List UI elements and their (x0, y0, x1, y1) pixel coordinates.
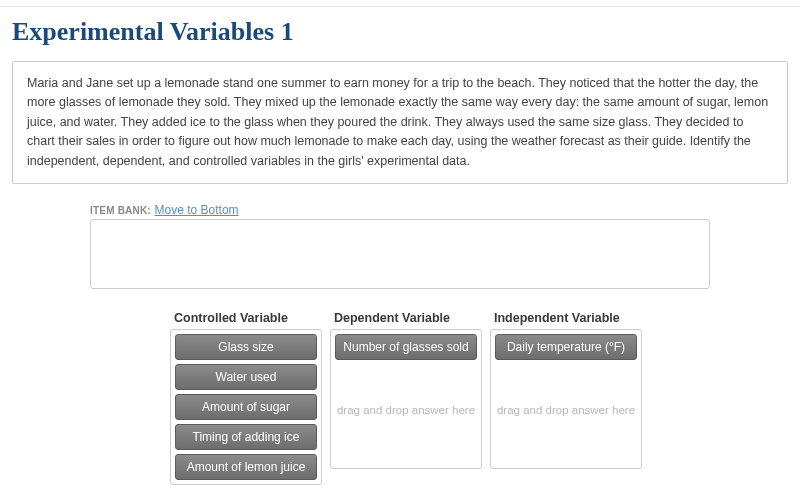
column-independent: Independent Variable Daily temperature (… (490, 311, 642, 485)
dropzone-controlled[interactable]: Glass size Water used Amount of sugar Ti… (170, 329, 322, 485)
answer-chip[interactable]: Timing of adding ice (175, 424, 317, 450)
answer-chip[interactable]: Daily temperature (°F) (495, 334, 637, 360)
column-heading: Dependent Variable (330, 311, 482, 329)
answer-chip[interactable]: Water used (175, 364, 317, 390)
dropzone-placeholder: drag and drop answer here (491, 404, 641, 416)
item-bank-label: ITEM BANK: (90, 205, 151, 216)
item-bank-dropzone[interactable] (90, 219, 710, 289)
move-to-bottom-link[interactable]: Move to Bottom (155, 203, 239, 217)
answer-chip[interactable]: Glass size (175, 334, 317, 360)
column-dependent: Dependent Variable Number of glasses sol… (330, 311, 482, 485)
dropzone-independent[interactable]: Daily temperature (°F) drag and drop ans… (490, 329, 642, 469)
passage-text: Maria and Jane set up a lemonade stand o… (27, 76, 768, 168)
answer-chip[interactable]: Amount of lemon juice (175, 454, 317, 480)
dropzone-placeholder: drag and drop answer here (331, 404, 481, 416)
answer-chip[interactable]: Number of glasses sold (335, 334, 477, 360)
page-title: Experimental Variables 1 (0, 7, 800, 61)
column-heading: Independent Variable (490, 311, 642, 329)
passage-box: Maria and Jane set up a lemonade stand o… (12, 61, 788, 184)
column-controlled: Controlled Variable Glass size Water use… (170, 311, 322, 485)
dropzone-dependent[interactable]: Number of glasses sold drag and drop ans… (330, 329, 482, 469)
answer-columns: Controlled Variable Glass size Water use… (170, 311, 800, 485)
column-heading: Controlled Variable (170, 311, 322, 329)
item-bank-section: ITEM BANK: Move to Bottom (90, 202, 710, 289)
answer-chip[interactable]: Amount of sugar (175, 394, 317, 420)
